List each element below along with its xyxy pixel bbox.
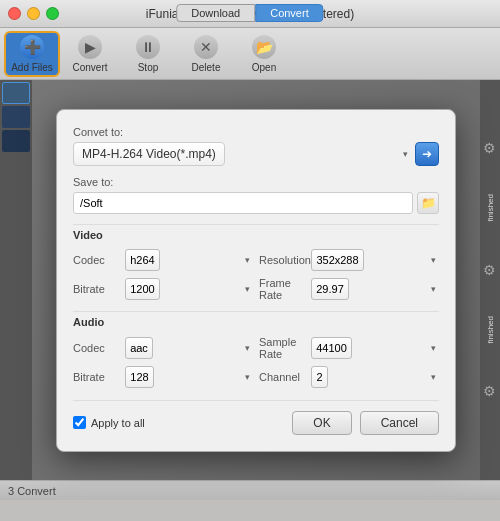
video-bitrate-select-wrapper: 1200 bbox=[125, 278, 253, 300]
apply-all-label: Apply to all bbox=[91, 417, 145, 429]
video-codec-row: Codec h264 bbox=[73, 249, 253, 271]
delete-label: Delete bbox=[192, 62, 221, 73]
add-files-button[interactable]: ➕ Add Files bbox=[4, 31, 60, 77]
thumb-item[interactable] bbox=[2, 106, 30, 128]
open-button[interactable]: 📂 Open bbox=[236, 31, 292, 77]
open-label: Open bbox=[252, 62, 276, 73]
title-bar: iFunia YouTube Converter (Registered) Do… bbox=[0, 0, 500, 28]
audio-samplerate-select[interactable]: 44100 bbox=[311, 337, 352, 359]
audio-bitrate-row: Bitrate 128 bbox=[73, 366, 253, 388]
video-framerate-label: Frame Rate bbox=[259, 277, 307, 301]
dialog-footer: Apply to all OK Cancel bbox=[73, 400, 439, 435]
audio-channel-select-wrapper: 2 bbox=[311, 366, 439, 388]
audio-samplerate-select-wrapper: 44100 bbox=[311, 337, 439, 359]
format-select[interactable]: MP4-H.264 Video(*.mp4) bbox=[73, 142, 225, 166]
tab-group: Download Convert bbox=[176, 4, 323, 22]
video-bitrate-select[interactable]: 1200 bbox=[125, 278, 160, 300]
video-bitrate-row: Bitrate 1200 bbox=[73, 277, 253, 301]
format-select-wrapper: MP4-H.264 Video(*.mp4) bbox=[73, 142, 411, 166]
video-resolution-select[interactable]: 352x288 bbox=[311, 249, 364, 271]
audio-section: Audio Codec aac Sample Rate bbox=[73, 311, 439, 388]
video-codec-select[interactable]: h264 bbox=[125, 249, 160, 271]
video-resolution-label: Resolution bbox=[259, 254, 307, 266]
cancel-button[interactable]: Cancel bbox=[360, 411, 439, 435]
apply-all-checkbox-row[interactable]: Apply to all bbox=[73, 416, 145, 429]
thumb-item[interactable] bbox=[2, 82, 30, 104]
convert-to-section: Convet to: MP4-H.264 Video(*.mp4) ➜ bbox=[73, 126, 439, 166]
download-tab[interactable]: Download bbox=[176, 4, 255, 22]
convert-dialog: Convet to: MP4-H.264 Video(*.mp4) ➜ Save… bbox=[56, 109, 456, 452]
status-bar: 3 Convert bbox=[0, 480, 500, 500]
finished-badge-2: finished bbox=[486, 316, 495, 344]
audio-codec-select[interactable]: aac bbox=[125, 337, 153, 359]
stop-icon: ⏸ bbox=[136, 35, 160, 59]
save-to-section: Save to: 📁 bbox=[73, 176, 439, 214]
add-files-label: Add Files bbox=[11, 62, 53, 73]
audio-codec-label: Codec bbox=[73, 342, 121, 354]
convert-button[interactable]: ▶ Convert bbox=[62, 31, 118, 77]
delete-icon: ✕ bbox=[194, 35, 218, 59]
audio-codec-select-wrapper: aac bbox=[125, 337, 253, 359]
video-framerate-select[interactable]: 29.97 bbox=[311, 278, 349, 300]
folder-browse-button[interactable]: 📁 bbox=[417, 192, 439, 214]
status-text: 3 Convert bbox=[8, 485, 56, 497]
convert-tab[interactable]: Convert bbox=[255, 4, 324, 22]
audio-fields: Codec aac Sample Rate 44100 bbox=[73, 336, 439, 388]
video-resolution-row: Resolution 352x288 bbox=[259, 249, 439, 271]
delete-button[interactable]: ✕ Delete bbox=[178, 31, 234, 77]
right-sidebar: ⚙ finished ⚙ finished ⚙ bbox=[480, 80, 500, 480]
convert-label: Convert bbox=[72, 62, 107, 73]
add-files-icon: ➕ bbox=[20, 35, 44, 59]
ok-button[interactable]: OK bbox=[292, 411, 351, 435]
video-bitrate-label: Bitrate bbox=[73, 283, 121, 295]
gear-icon-1[interactable]: ⚙ bbox=[483, 140, 497, 154]
gear-icon-2[interactable]: ⚙ bbox=[483, 262, 497, 276]
format-row: MP4-H.264 Video(*.mp4) ➜ bbox=[73, 142, 439, 166]
format-arrow-button[interactable]: ➜ bbox=[415, 142, 439, 166]
save-path-input[interactable] bbox=[73, 192, 413, 214]
audio-section-title: Audio bbox=[73, 311, 439, 330]
toolbar: ➕ Add Files ▶ Convert ⏸ Stop ✕ Delete 📂 … bbox=[0, 28, 500, 80]
video-framerate-select-wrapper: 29.97 bbox=[311, 278, 439, 300]
audio-bitrate-select-wrapper: 128 bbox=[125, 366, 253, 388]
audio-bitrate-select[interactable]: 128 bbox=[125, 366, 154, 388]
thumb-item[interactable] bbox=[2, 130, 30, 152]
dialog-actions: OK Cancel bbox=[292, 411, 439, 435]
audio-samplerate-row: Sample Rate 44100 bbox=[259, 336, 439, 360]
video-section-title: Video bbox=[73, 224, 439, 243]
video-section: Video Codec h264 Resolution bbox=[73, 224, 439, 301]
video-framerate-row: Frame Rate 29.97 bbox=[259, 277, 439, 301]
save-row: 📁 bbox=[73, 192, 439, 214]
video-codec-select-wrapper: h264 bbox=[125, 249, 253, 271]
main-area: Protect more of your memories for less! … bbox=[0, 80, 500, 480]
window-controls bbox=[8, 7, 59, 20]
audio-samplerate-label: Sample Rate bbox=[259, 336, 307, 360]
finished-badge-1: finished bbox=[486, 194, 495, 222]
video-resolution-select-wrapper: 352x288 bbox=[311, 249, 439, 271]
save-to-label: Save to: bbox=[73, 176, 439, 188]
video-codec-label: Codec bbox=[73, 254, 121, 266]
thumbnail-sidebar bbox=[0, 80, 32, 480]
audio-channel-label: Channel bbox=[259, 371, 307, 383]
minimize-button[interactable] bbox=[27, 7, 40, 20]
convert-to-label: Convet to: bbox=[73, 126, 439, 138]
gear-icon-3[interactable]: ⚙ bbox=[483, 383, 497, 397]
video-fields: Codec h264 Resolution 352x28 bbox=[73, 249, 439, 301]
stop-button[interactable]: ⏸ Stop bbox=[120, 31, 176, 77]
audio-codec-row: Codec aac bbox=[73, 336, 253, 360]
audio-channel-select[interactable]: 2 bbox=[311, 366, 328, 388]
audio-channel-row: Channel 2 bbox=[259, 366, 439, 388]
close-button[interactable] bbox=[8, 7, 21, 20]
audio-bitrate-label: Bitrate bbox=[73, 371, 121, 383]
content-area: Protect more of your memories for less! … bbox=[32, 80, 480, 480]
apply-all-checkbox[interactable] bbox=[73, 416, 86, 429]
dialog-overlay: Convet to: MP4-H.264 Video(*.mp4) ➜ Save… bbox=[32, 80, 480, 480]
stop-label: Stop bbox=[138, 62, 159, 73]
convert-icon: ▶ bbox=[78, 35, 102, 59]
open-icon: 📂 bbox=[252, 35, 276, 59]
maximize-button[interactable] bbox=[46, 7, 59, 20]
